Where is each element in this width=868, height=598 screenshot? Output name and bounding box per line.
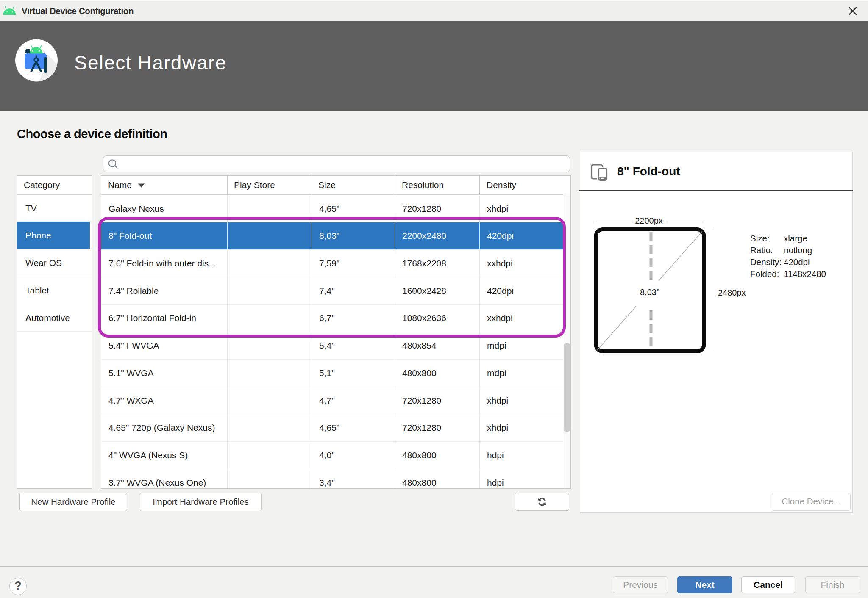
- svg-text:2200px: 2200px: [635, 216, 663, 225]
- svg-text:2480px: 2480px: [718, 288, 746, 297]
- svg-text:8,03": 8,03": [640, 288, 659, 297]
